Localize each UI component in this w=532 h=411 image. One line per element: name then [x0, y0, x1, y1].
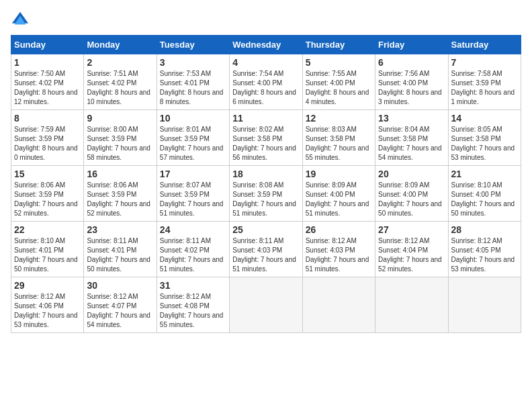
day-info: Sunrise: 8:10 AM Sunset: 4:00 PM Dayligh… [451, 181, 518, 218]
day-number: 6 [378, 57, 445, 68]
calendar-cell: 11Sunrise: 8:02 AM Sunset: 3:58 PM Dayli… [230, 110, 302, 166]
calendar-cell: 1Sunrise: 7:50 AM Sunset: 4:02 PM Daylig… [11, 54, 84, 110]
day-info: Sunrise: 8:03 AM Sunset: 3:58 PM Dayligh… [306, 125, 372, 163]
calendar-cell: 13Sunrise: 8:04 AM Sunset: 3:58 PM Dayli… [375, 110, 448, 166]
day-number: 30 [87, 280, 153, 291]
day-info: Sunrise: 7:53 AM Sunset: 4:01 PM Dayligh… [160, 69, 226, 107]
day-number: 4 [232, 57, 299, 68]
day-info: Sunrise: 8:12 AM Sunset: 4:03 PM Dayligh… [306, 236, 372, 274]
day-number: 31 [160, 280, 226, 291]
day-number: 13 [378, 113, 445, 124]
calendar-cell [448, 277, 521, 333]
logo-icon [11, 11, 30, 30]
header [11, 11, 521, 30]
header-day-wednesday: Wednesday [230, 36, 302, 54]
day-info: Sunrise: 8:12 AM Sunset: 4:06 PM Dayligh… [14, 292, 81, 330]
day-number: 16 [87, 169, 153, 179]
day-info: Sunrise: 7:58 AM Sunset: 3:59 PM Dayligh… [451, 69, 518, 107]
day-info: Sunrise: 8:09 AM Sunset: 4:00 PM Dayligh… [378, 181, 445, 218]
day-number: 20 [378, 169, 445, 179]
day-number: 19 [306, 169, 372, 179]
day-info: Sunrise: 8:11 AM Sunset: 4:02 PM Dayligh… [160, 236, 226, 274]
header-day-sunday: Sunday [11, 36, 84, 54]
logo [11, 11, 32, 30]
day-info: Sunrise: 8:12 AM Sunset: 4:05 PM Dayligh… [451, 236, 518, 274]
day-number: 14 [451, 113, 518, 124]
day-info: Sunrise: 8:11 AM Sunset: 4:03 PM Dayligh… [232, 236, 299, 274]
day-info: Sunrise: 8:12 AM Sunset: 4:04 PM Dayligh… [378, 236, 445, 274]
day-number: 17 [160, 169, 226, 179]
day-info: Sunrise: 8:12 AM Sunset: 4:07 PM Dayligh… [87, 292, 153, 330]
week-row: 1Sunrise: 7:50 AM Sunset: 4:02 PM Daylig… [11, 54, 521, 110]
day-number: 11 [232, 113, 299, 124]
day-number: 28 [451, 224, 518, 235]
day-number: 29 [14, 280, 81, 291]
day-number: 10 [160, 113, 226, 124]
calendar-cell: 14Sunrise: 8:05 AM Sunset: 3:58 PM Dayli… [448, 110, 521, 166]
day-number: 15 [14, 169, 81, 179]
header-day-tuesday: Tuesday [157, 36, 229, 54]
calendar-cell: 5Sunrise: 7:55 AM Sunset: 4:00 PM Daylig… [302, 54, 375, 110]
day-info: Sunrise: 8:11 AM Sunset: 4:01 PM Dayligh… [87, 236, 153, 274]
calendar-cell: 3Sunrise: 7:53 AM Sunset: 4:01 PM Daylig… [157, 54, 229, 110]
calendar-table: SundayMondayTuesdayWednesdayThursdayFrid… [11, 35, 521, 333]
calendar-cell: 31Sunrise: 8:12 AM Sunset: 4:08 PM Dayli… [157, 277, 229, 333]
week-row: 29Sunrise: 8:12 AM Sunset: 4:06 PM Dayli… [11, 277, 521, 333]
calendar-cell: 10Sunrise: 8:01 AM Sunset: 3:59 PM Dayli… [157, 110, 229, 166]
day-info: Sunrise: 8:09 AM Sunset: 4:00 PM Dayligh… [306, 181, 372, 218]
calendar-cell: 19Sunrise: 8:09 AM Sunset: 4:00 PM Dayli… [302, 166, 375, 222]
day-number: 8 [14, 113, 81, 124]
calendar-cell: 20Sunrise: 8:09 AM Sunset: 4:00 PM Dayli… [375, 166, 448, 222]
day-info: Sunrise: 8:05 AM Sunset: 3:58 PM Dayligh… [451, 125, 518, 163]
calendar-cell: 28Sunrise: 8:12 AM Sunset: 4:05 PM Dayli… [448, 222, 521, 277]
day-info: Sunrise: 8:07 AM Sunset: 3:59 PM Dayligh… [160, 181, 226, 218]
calendar-cell: 2Sunrise: 7:51 AM Sunset: 4:02 PM Daylig… [84, 54, 157, 110]
week-row: 15Sunrise: 8:06 AM Sunset: 3:59 PM Dayli… [11, 166, 521, 222]
calendar-cell [230, 277, 302, 333]
calendar-cell [375, 277, 448, 333]
day-info: Sunrise: 7:50 AM Sunset: 4:02 PM Dayligh… [14, 69, 81, 107]
day-number: 18 [232, 169, 299, 179]
calendar-cell: 29Sunrise: 8:12 AM Sunset: 4:06 PM Dayli… [11, 277, 84, 333]
day-number: 12 [306, 113, 372, 124]
calendar-cell: 15Sunrise: 8:06 AM Sunset: 3:59 PM Dayli… [11, 166, 84, 222]
calendar-cell: 24Sunrise: 8:11 AM Sunset: 4:02 PM Dayli… [157, 222, 229, 277]
day-number: 5 [306, 57, 372, 68]
day-info: Sunrise: 7:54 AM Sunset: 4:00 PM Dayligh… [232, 69, 299, 107]
day-number: 21 [451, 169, 518, 179]
calendar-cell: 8Sunrise: 7:59 AM Sunset: 3:59 PM Daylig… [11, 110, 84, 166]
day-info: Sunrise: 7:51 AM Sunset: 4:02 PM Dayligh… [87, 69, 153, 107]
day-number: 24 [160, 224, 226, 235]
day-number: 25 [232, 224, 299, 235]
calendar-cell: 16Sunrise: 8:06 AM Sunset: 3:59 PM Dayli… [84, 166, 157, 222]
day-number: 26 [306, 224, 372, 235]
calendar-cell: 12Sunrise: 8:03 AM Sunset: 3:58 PM Dayli… [302, 110, 375, 166]
calendar-cell: 9Sunrise: 8:00 AM Sunset: 3:59 PM Daylig… [84, 110, 157, 166]
day-number: 27 [378, 224, 445, 235]
day-number: 23 [87, 224, 153, 235]
calendar-cell: 23Sunrise: 8:11 AM Sunset: 4:01 PM Dayli… [84, 222, 157, 277]
header-day-friday: Friday [375, 36, 448, 54]
header-day-monday: Monday [84, 36, 157, 54]
day-info: Sunrise: 8:06 AM Sunset: 3:59 PM Dayligh… [87, 181, 153, 218]
week-row: 22Sunrise: 8:10 AM Sunset: 4:01 PM Dayli… [11, 222, 521, 277]
day-number: 7 [451, 57, 518, 68]
day-number: 1 [14, 57, 81, 68]
day-info: Sunrise: 7:59 AM Sunset: 3:59 PM Dayligh… [14, 125, 81, 163]
day-info: Sunrise: 8:06 AM Sunset: 3:59 PM Dayligh… [14, 181, 81, 218]
calendar-cell: 17Sunrise: 8:07 AM Sunset: 3:59 PM Dayli… [157, 166, 229, 222]
calendar-cell: 6Sunrise: 7:56 AM Sunset: 4:00 PM Daylig… [375, 54, 448, 110]
day-info: Sunrise: 8:10 AM Sunset: 4:01 PM Dayligh… [14, 236, 81, 274]
calendar-cell: 21Sunrise: 8:10 AM Sunset: 4:00 PM Dayli… [448, 166, 521, 222]
week-row: 8Sunrise: 7:59 AM Sunset: 3:59 PM Daylig… [11, 110, 521, 166]
day-info: Sunrise: 8:00 AM Sunset: 3:59 PM Dayligh… [87, 125, 153, 163]
day-number: 22 [14, 224, 81, 235]
header-row: SundayMondayTuesdayWednesdayThursdayFrid… [11, 36, 521, 54]
day-info: Sunrise: 8:02 AM Sunset: 3:58 PM Dayligh… [232, 125, 299, 163]
day-info: Sunrise: 7:56 AM Sunset: 4:00 PM Dayligh… [378, 69, 445, 107]
calendar-cell: 7Sunrise: 7:58 AM Sunset: 3:59 PM Daylig… [448, 54, 521, 110]
header-day-saturday: Saturday [448, 36, 521, 54]
day-number: 2 [87, 57, 153, 68]
calendar-cell: 30Sunrise: 8:12 AM Sunset: 4:07 PM Dayli… [84, 277, 157, 333]
day-info: Sunrise: 8:01 AM Sunset: 3:59 PM Dayligh… [160, 125, 226, 163]
